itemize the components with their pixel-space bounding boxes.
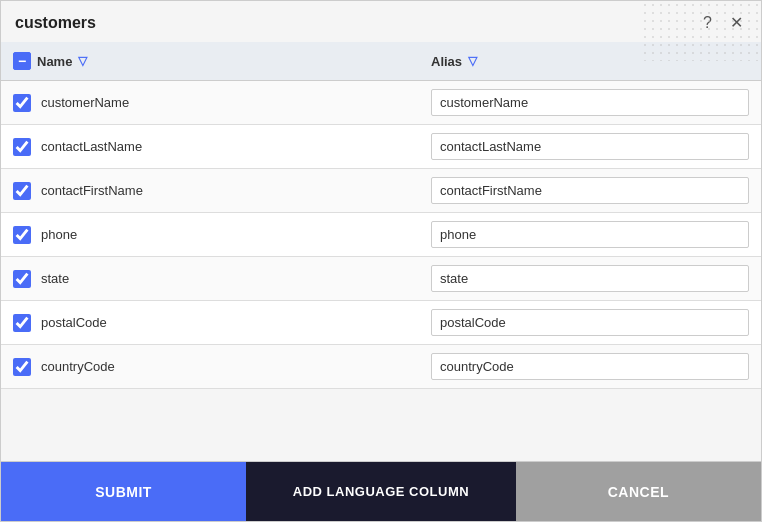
table-area: − Name ▽ Alias ▽ customerNam (1, 42, 761, 461)
row-checkbox-1[interactable] (13, 138, 31, 156)
col-name-text-1: contactLastName (41, 139, 142, 154)
help-button[interactable]: ? (699, 12, 716, 34)
td-name-5: postalCode (1, 301, 419, 345)
col-name-text-6: countryCode (41, 359, 115, 374)
col-name-text-5: postalCode (41, 315, 107, 330)
dialog: customers ? ✕ − Name ▽ (0, 0, 762, 522)
select-all-checkbox[interactable]: − (13, 52, 31, 70)
alias-input-0[interactable] (431, 89, 749, 116)
table-row: customerName (1, 81, 761, 125)
alias-filter-icon[interactable]: ▽ (468, 54, 477, 68)
row-checkbox-0[interactable] (13, 94, 31, 112)
td-alias-3 (419, 213, 761, 257)
title-bar-right: ? ✕ (699, 11, 747, 34)
td-alias-1 (419, 125, 761, 169)
col-name-text-0: customerName (41, 95, 129, 110)
td-alias-2 (419, 169, 761, 213)
td-name-inner-3: phone (13, 226, 407, 244)
td-alias-6 (419, 345, 761, 389)
name-column-header: Name (37, 54, 72, 69)
col-name-text-3: phone (41, 227, 77, 242)
row-checkbox-6[interactable] (13, 358, 31, 376)
alias-input-1[interactable] (431, 133, 749, 160)
td-name-4: state (1, 257, 419, 301)
table-row: contactLastName (1, 125, 761, 169)
cancel-label: CANCEL (608, 484, 669, 500)
table-body: customerNamecontactLastNamecontactFirstN… (1, 81, 761, 389)
td-alias-5 (419, 301, 761, 345)
td-name-3: phone (1, 213, 419, 257)
columns-table: − Name ▽ Alias ▽ customerNam (1, 42, 761, 389)
row-checkbox-4[interactable] (13, 270, 31, 288)
td-name-6: countryCode (1, 345, 419, 389)
name-filter-icon[interactable]: ▽ (78, 54, 87, 68)
cancel-button[interactable]: CANCEL (516, 462, 761, 521)
td-name-inner-0: customerName (13, 94, 407, 112)
td-alias-4 (419, 257, 761, 301)
add-language-label: ADD LANGUAGE COLUMN (293, 484, 469, 499)
row-checkbox-2[interactable] (13, 182, 31, 200)
col-name-text-4: state (41, 271, 69, 286)
row-checkbox-5[interactable] (13, 314, 31, 332)
table-row: phone (1, 213, 761, 257)
submit-label: SUBMIT (95, 484, 152, 500)
add-language-button[interactable]: ADD LANGUAGE COLUMN (246, 462, 516, 521)
row-checkbox-3[interactable] (13, 226, 31, 244)
td-name-1: contactLastName (1, 125, 419, 169)
alias-input-3[interactable] (431, 221, 749, 248)
td-name-2: contactFirstName (1, 169, 419, 213)
th-alias: Alias ▽ (419, 42, 761, 81)
title-bar: customers ? ✕ (1, 1, 761, 42)
td-name-inner-1: contactLastName (13, 138, 407, 156)
footer: SUBMIT ADD LANGUAGE COLUMN CANCEL (1, 461, 761, 521)
table-row: state (1, 257, 761, 301)
close-button[interactable]: ✕ (726, 11, 747, 34)
td-name-inner-4: state (13, 270, 407, 288)
title-bar-left: customers (15, 14, 96, 32)
th-alias-inner: Alias ▽ (431, 54, 749, 69)
minus-icon: − (18, 54, 26, 68)
alias-column-header: Alias (431, 54, 462, 69)
dialog-title: customers (15, 14, 96, 32)
submit-button[interactable]: SUBMIT (1, 462, 246, 521)
table-row: postalCode (1, 301, 761, 345)
td-alias-0 (419, 81, 761, 125)
col-name-text-2: contactFirstName (41, 183, 143, 198)
alias-input-5[interactable] (431, 309, 749, 336)
td-name-inner-6: countryCode (13, 358, 407, 376)
alias-input-6[interactable] (431, 353, 749, 380)
table-header-row: − Name ▽ Alias ▽ (1, 42, 761, 81)
table-row: contactFirstName (1, 169, 761, 213)
td-name-inner-5: postalCode (13, 314, 407, 332)
alias-input-4[interactable] (431, 265, 749, 292)
td-name-inner-2: contactFirstName (13, 182, 407, 200)
th-name-inner: − Name ▽ (13, 52, 407, 70)
td-name-0: customerName (1, 81, 419, 125)
th-name: − Name ▽ (1, 42, 419, 81)
table-row: countryCode (1, 345, 761, 389)
alias-input-2[interactable] (431, 177, 749, 204)
